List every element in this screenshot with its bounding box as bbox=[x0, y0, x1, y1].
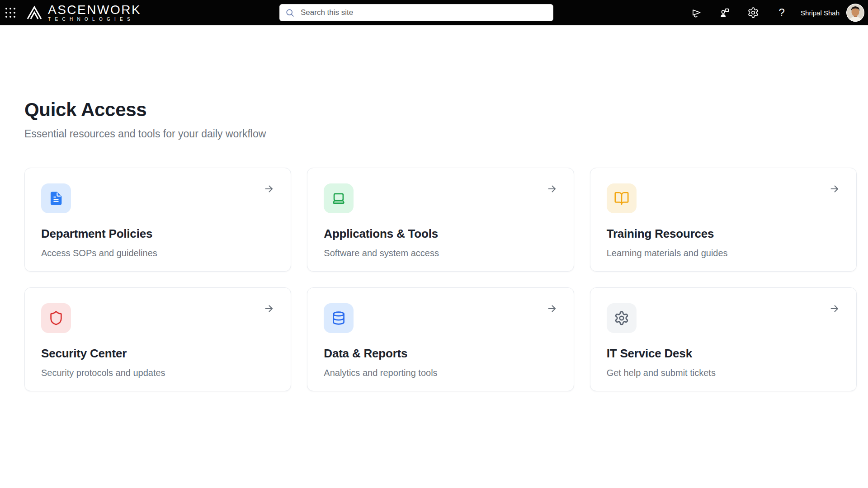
arrow-right-icon[interactable] bbox=[547, 303, 557, 314]
page-title: Quick Access bbox=[24, 99, 857, 121]
search-input[interactable] bbox=[300, 8, 547, 18]
card-icon-tile bbox=[607, 183, 637, 213]
company-logo[interactable]: ASCENWORK TECHNOLOGIES bbox=[25, 4, 141, 22]
logo-subtitle: TECHNOLOGIES bbox=[48, 17, 141, 22]
card-icon-tile bbox=[324, 183, 354, 213]
card-icon-tile bbox=[41, 183, 71, 213]
logo-name: ASCENWORK bbox=[48, 4, 141, 16]
card-title: Applications & Tools bbox=[324, 227, 557, 241]
card-it-service-desk[interactable]: IT Service Desk Get help and submit tick… bbox=[590, 287, 857, 391]
quick-access-grid: Department Policies Access SOPs and guid… bbox=[24, 168, 857, 391]
announcements-button[interactable] bbox=[690, 6, 703, 19]
card-title: Security Center bbox=[41, 347, 274, 361]
card-title: Data & Reports bbox=[324, 347, 557, 361]
card-training-resources[interactable]: Training Resources Learning materials an… bbox=[590, 168, 857, 272]
card-description: Learning materials and guides bbox=[607, 248, 840, 258]
megaphone-icon bbox=[690, 7, 702, 19]
help-icon: ? bbox=[778, 7, 784, 18]
company-logo-text: ASCENWORK TECHNOLOGIES bbox=[48, 4, 141, 22]
app-launcher-button[interactable] bbox=[0, 0, 21, 25]
shield-icon bbox=[48, 310, 64, 326]
arrow-right-icon[interactable] bbox=[829, 303, 840, 314]
arrow-right-icon[interactable] bbox=[547, 183, 557, 194]
card-description: Get help and submit tickets bbox=[607, 368, 840, 378]
arrow-right-icon[interactable] bbox=[264, 183, 274, 194]
card-title: Department Policies bbox=[41, 227, 274, 241]
card-description: Analytics and reporting tools bbox=[324, 368, 557, 378]
card-description: Access SOPs and guidelines bbox=[41, 248, 274, 258]
card-department-policies[interactable]: Department Policies Access SOPs and guid… bbox=[24, 168, 291, 272]
card-description: Security protocols and updates bbox=[41, 368, 274, 378]
site-search bbox=[279, 4, 553, 21]
card-data-reports[interactable]: Data & Reports Analytics and reporting t… bbox=[307, 287, 574, 391]
search-icon bbox=[285, 8, 295, 18]
database-icon bbox=[331, 310, 346, 326]
mountain-chevron-logo-icon bbox=[25, 4, 44, 22]
card-icon-tile bbox=[41, 303, 71, 333]
person-chat-icon bbox=[719, 7, 731, 19]
settings-button[interactable] bbox=[747, 6, 760, 19]
card-applications-tools[interactable]: Applications & Tools Software and system… bbox=[307, 168, 574, 272]
card-icon-tile bbox=[324, 303, 354, 333]
card-title: Training Resources bbox=[607, 227, 840, 241]
user-name[interactable]: Shripal Shah bbox=[801, 9, 840, 17]
card-description: Software and system access bbox=[324, 248, 557, 258]
page-subtitle: Essential resources and tools for your d… bbox=[24, 127, 857, 141]
gear-icon bbox=[747, 7, 759, 19]
main-content: Quick Access Essential resources and too… bbox=[0, 99, 868, 391]
people-feed-button[interactable] bbox=[718, 6, 731, 19]
arrow-right-icon[interactable] bbox=[829, 183, 840, 194]
card-icon-tile bbox=[607, 303, 637, 333]
card-security-center[interactable]: Security Center Security protocols and u… bbox=[24, 287, 291, 391]
help-button[interactable]: ? bbox=[775, 6, 788, 19]
card-title: IT Service Desk bbox=[607, 347, 840, 361]
gear-icon bbox=[614, 310, 629, 326]
top-bar: ASCENWORK TECHNOLOGIES bbox=[0, 0, 868, 25]
waffle-icon bbox=[5, 8, 15, 18]
book-open-icon bbox=[614, 191, 629, 206]
avatar[interactable] bbox=[846, 4, 864, 22]
file-text-icon bbox=[48, 191, 64, 206]
top-actions: ? Shripal Shah bbox=[674, 4, 868, 22]
arrow-right-icon[interactable] bbox=[264, 303, 274, 314]
laptop-icon bbox=[331, 191, 346, 206]
